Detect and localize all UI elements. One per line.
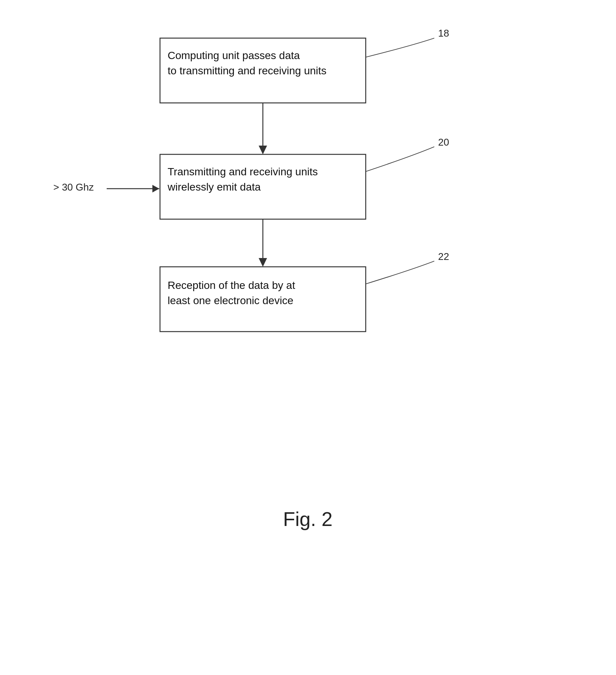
ref-line-20 — [366, 147, 434, 172]
arrow2-head — [259, 258, 267, 267]
left-arrow-head — [152, 185, 159, 192]
box2-text-line2: wirelessly emit data — [167, 181, 261, 193]
box3-text-line1: Reception of the data by at — [168, 279, 295, 291]
ref-line-22 — [366, 261, 434, 284]
left-annotation-text: > 30 Ghz — [53, 181, 94, 193]
arrow1-head — [259, 146, 267, 154]
ref-label-18: 18 — [438, 27, 449, 39]
box1-text-line2: to transmitting and receiving units — [168, 65, 326, 77]
ref-label-22: 22 — [438, 251, 449, 262]
box1-text-line1: Computing unit passes data — [168, 50, 300, 61]
figure-caption: Fig. 2 — [283, 508, 333, 530]
diagram-svg: Computing unit passes data to transmitti… — [0, 15, 616, 549]
box2-text-line1: Transmitting and receiving units — [168, 166, 318, 178]
box3-text-line2: least one electronic device — [168, 295, 293, 306]
diagram-container: Computing unit passes data to transmitti… — [0, 15, 616, 549]
ref-line-18 — [366, 38, 434, 57]
ref-label-20: 20 — [438, 136, 449, 148]
